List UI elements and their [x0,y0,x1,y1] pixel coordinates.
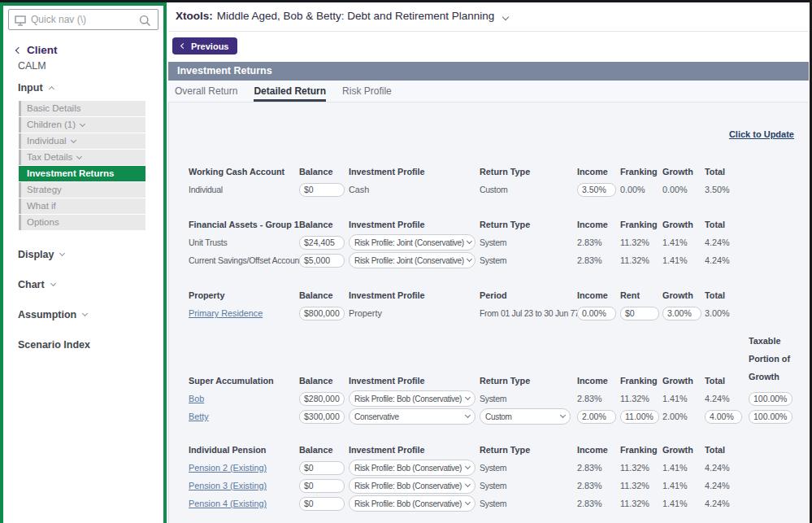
investment-profile-select[interactable]: Risk Profile: Bob (Conservative) [349,390,475,407]
cell-investment-profile: Risk Profile: Joint (Conservative) [349,234,480,251]
tab-risk-profile[interactable]: Risk Profile [342,81,392,102]
return-type-value: System [480,499,506,508]
balance-input[interactable]: $0 [299,183,345,197]
sidebar-items: Basic DetailsChildren (1)IndividualTax D… [19,101,145,230]
cell-franking: 11.32% [620,238,662,247]
betty-link[interactable]: Betty [189,412,209,421]
cell-balance: $0 [299,461,349,475]
cell-total: 4.24% [705,499,749,508]
click-to-update-link[interactable]: Click to Update [729,129,794,139]
cell-total: 3.50% [705,185,749,194]
pension-2-existing-link[interactable]: Pension 2 (Existing) [189,463,267,473]
sidebar-item-tax-details[interactable]: Tax Details [19,150,145,165]
previous-button[interactable]: Previous [172,37,237,54]
client-back-link[interactable]: Client [16,44,163,56]
income-value: 2.83% [577,255,602,265]
cell-return-type: System [480,499,577,508]
investment-profile-select[interactable]: Risk Profile: Bob (Conservative) [349,495,475,512]
cell-total: 4.00% [705,410,749,424]
income-value: 2.83% [577,394,602,403]
income-input[interactable]: 3.50% [577,183,616,197]
select-value: Risk Profile: Bob (Conservative) [354,464,462,473]
growth-input[interactable]: 3.00% [662,307,701,320]
growth-value: 1.41% [662,463,688,473]
sidebar-item-strategy[interactable]: Strategy [19,182,145,198]
table-row: Primary Residence$800,000PropertyFrom 01… [189,304,809,322]
update-row: Click to Update [169,102,809,141]
balance-input[interactable]: $0 [299,497,345,511]
balance-input[interactable]: $0 [299,461,345,475]
cell-investment-profile: Cash [349,185,480,194]
cell-franking: 11.00% [620,410,662,424]
cell-investment-profile: Risk Profile: Bob (Conservative) [349,390,480,407]
sidebar-group-chart[interactable]: Chart [18,279,163,290]
balance-input[interactable]: $800,000 [299,307,345,320]
cell-growth: 0.00% [662,185,705,194]
sidebar-item-children-1[interactable]: Children (1) [19,117,145,133]
input-value: 2.00% [582,412,606,421]
section-individual-pension: Individual PensionBalanceInvestment Prof… [189,445,809,512]
investment-profile-select[interactable]: Risk Profile: Joint (Conservative) [349,252,475,268]
search-icon[interactable] [139,15,151,27]
col-header-investment-profile: Investment Profile [349,290,480,300]
col-header-working-cash-account: Working Cash Account [189,167,299,177]
input-value: 3.00% [667,308,692,318]
sidebar-item-basic-details[interactable]: Basic Details [19,101,145,116]
rent-input[interactable]: $0 [620,307,659,320]
investment-profile-select[interactable]: Conservative [349,408,475,425]
cell-return-type: Custom [480,185,577,194]
row-label: Individual [189,185,223,194]
col-header-income: Income [577,290,620,300]
pension-3-existing-link[interactable]: Pension 3 (Existing) [189,481,267,490]
income-input[interactable]: 0.00% [577,307,616,320]
taxable-portion-input[interactable]: 100.00% [749,410,792,424]
col-header-franking: Franking [620,445,662,455]
pension-4-existing-link[interactable]: Pension 4 (Existing) [189,499,267,508]
return-type-select[interactable]: Custom [480,408,571,425]
col-header-investment-profile: Investment Profile [349,220,480,229]
sidebar-group-display[interactable]: Display [18,249,163,260]
return-type-value: System [480,394,506,403]
balance-input[interactable]: $280,000 [299,392,345,406]
cell-return-type: System [480,255,577,265]
col-header-taxable-portion-of-growth: TaxablePortion ofGrowth [749,332,801,386]
investment-profile-select[interactable]: Risk Profile: Bob (Conservative) [349,460,475,476]
sidebar-item-label: Basic Details [27,101,80,116]
sidebar-group-scenario-index[interactable]: Scenario Index [18,339,163,351]
scenario-dropdown-icon[interactable] [502,14,509,20]
input-value: 3.50% [582,185,606,194]
sidebar-group-assumption[interactable]: Assumption [18,309,163,320]
income-value: 2.83% [577,238,602,247]
col-header-total: Total [705,167,749,177]
balance-input[interactable]: $5,000 [299,254,345,268]
investment-profile-select[interactable]: Risk Profile: Bob (Conservative) [349,477,475,494]
sidebar-item-what-if[interactable]: What if [19,198,145,214]
quick-nav-input[interactable] [9,10,158,29]
balance-input[interactable]: $300,000 [299,410,345,424]
quick-nav-box[interactable] [8,9,158,30]
taxable-portion-input[interactable]: 100.00% [749,392,792,406]
sidebar-item-investment-returns[interactable]: Investment Returns [19,166,145,181]
investment-profile-select[interactable]: Risk Profile: Joint (Conservative) [349,234,475,251]
return-type-value: Custom [480,185,507,194]
sidebar-item-individual[interactable]: Individual [19,133,145,149]
sidebar-group-input[interactable]: Input [18,82,163,94]
balance-input[interactable]: $0 [299,479,345,493]
select-value: Conservative [354,412,399,421]
col-header-franking: Franking [620,220,662,229]
bob-link[interactable]: Bob [189,394,204,403]
cell-balance: $24,405 [299,236,349,250]
client-name: CALM [18,60,163,72]
total-input[interactable]: 4.00% [705,410,742,424]
income-input[interactable]: 2.00% [577,410,616,424]
cell-income: 2.00% [577,410,620,424]
tab-overall-return[interactable]: Overall Return [175,81,237,102]
cell-income: 2.83% [577,481,620,490]
franking-input[interactable]: 11.00% [620,410,659,424]
primary-residence-link[interactable]: Primary Residence [189,308,263,318]
return-type-value: System [480,255,506,265]
chevron-down-icon [80,120,85,126]
balance-input[interactable]: $24,405 [299,236,345,250]
sidebar-item-options[interactable]: Options [19,215,145,230]
tab-detailed-return[interactable]: Detailed Return [254,81,326,102]
